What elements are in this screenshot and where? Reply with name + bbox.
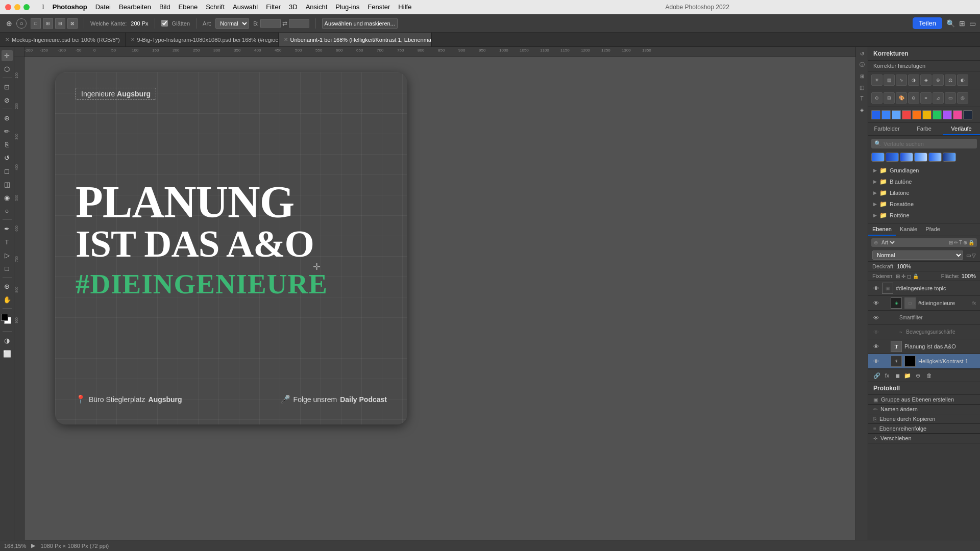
layer-helligkeit[interactable]: 👁 ☀ Helligkeit/Kontrast 1 [868,354,980,369]
select-mask-button[interactable]: Auswählen und maskieren... [322,18,398,29]
gradient-tool[interactable]: ◫ [2,179,13,190]
ebenen-tab-kanale[interactable]: Kanäle [896,223,921,236]
color-balance-icon[interactable]: ⚖ [945,74,956,86]
mask-tool-icon[interactable]: ◼ [893,371,902,380]
gradient-map-icon[interactable]: ▭ [945,92,956,104]
swatch-blue2[interactable] [881,110,891,119]
marquee-tool-icon[interactable]: ○ [16,18,27,29]
swatch-green[interactable] [933,110,942,119]
layer-smartfilter[interactable]: 👁 Smartfilter [868,311,980,325]
swatch-purple[interactable] [943,110,952,119]
lasso-tool[interactable]: ⬡ [2,63,13,74]
swatch-pink[interactable] [953,110,962,119]
type-tool[interactable]: T [2,236,13,247]
menu-fenster[interactable]: Fenster [368,3,390,11]
search-icon[interactable]: 🔍 [946,19,955,28]
blend-icon-2[interactable]: ▽ [972,253,976,258]
subtract-selection-icon[interactable]: ⊟ [55,18,65,29]
move-tool-icon[interactable]: ⊕ [4,18,14,29]
gradient-pill-1[interactable] [871,153,885,162]
opacity-value[interactable]: 100% [897,263,911,269]
strip-type-icon[interactable]: T [857,94,867,103]
select-color-icon[interactable]: ◎ [957,92,968,104]
tab-verlaufe[interactable]: Verläufe [943,123,980,135]
eraser-tool[interactable]: ◻ [2,165,13,177]
hsl-icon[interactable]: ⊕ [933,74,944,86]
link-icon[interactable]: 🔗 [872,371,881,380]
gradient-pill-2[interactable] [886,153,899,162]
move-tool[interactable]: ✛ [2,50,13,61]
layer-dieingenieure[interactable]: 👁 ◈ □ #dieingenieure fx [868,296,980,311]
ebenen-tool-3[interactable]: T [959,240,962,245]
brush-tool[interactable]: ✏ [2,126,13,137]
layer-bewegungsunschafe[interactable]: 👁 ~ Bewegungsunschärfe [868,325,980,339]
lock-position-icon[interactable]: ✛ [901,273,905,279]
gradient-pill-3[interactable] [900,153,913,162]
zoom-level[interactable]: 168,15% [4,543,26,549]
fg-swatch[interactable] [1,314,8,321]
eyedropper-tool[interactable]: ⊘ [2,94,13,106]
history-brush-tool[interactable]: ↺ [2,152,13,163]
menu-ansicht[interactable]: Ansicht [306,3,328,11]
strip-gradient-icon[interactable]: ◈ [857,105,867,114]
tab-farbe[interactable]: Farbe [905,123,943,135]
menu-datei[interactable]: Datei [95,3,111,11]
proto-item-0[interactable]: ▣ Gruppe aus Ebenen erstellen [868,395,980,405]
maximize-button[interactable] [23,4,30,10]
art-filter-select[interactable]: Art [879,239,896,246]
path-select-tool[interactable]: ▷ [2,249,13,261]
posterize-icon[interactable]: ≡ [920,92,932,104]
art-select[interactable]: Normal [215,18,249,29]
crop-tool[interactable]: ⊡ [2,81,13,92]
ebenen-tool-1[interactable]: ⊞ [949,240,953,245]
tab-mockup[interactable]: ✕ Mockup-Ingenieure.psd bei 100% (RGB/8*… [0,33,126,46]
screen-mode-icon[interactable]: ⬜ [2,348,13,359]
gradient-pill-4[interactable] [914,153,927,162]
vis-icon-2[interactable]: 👁 [872,314,879,321]
ebenen-tool-5[interactable]: 🔒 [968,240,974,245]
ebenen-tool-4[interactable]: ⊕ [963,240,967,245]
menu-hilfe[interactable]: Hilfe [398,3,411,11]
vis-icon-1[interactable]: 👁 [872,299,879,307]
threshold-icon[interactable]: ⊿ [933,92,944,104]
swatch-blue1[interactable] [871,110,880,119]
invert-icon[interactable]: ⊖ [908,92,919,104]
group-tool-icon[interactable]: 📁 [903,371,912,380]
menu-filter[interactable]: Filter [266,3,281,11]
strip-history-icon[interactable]: ↺ [857,49,867,58]
strip-adjust-icon[interactable]: ⊞ [857,71,867,81]
photo-filter-icon[interactable]: ⊙ [871,92,883,104]
color-swatches[interactable] [1,314,13,326]
shape-tool[interactable]: □ [2,263,13,274]
window-icon[interactable]: ▭ [969,19,976,28]
intersect-selection-icon[interactable]: ⊠ [67,18,78,29]
korrektur-hinzufugen[interactable]: Korrektur hinzufügen [868,61,980,71]
vibrance-icon[interactable]: ◈ [920,74,932,86]
glatten-checkbox[interactable] [161,20,168,27]
tab-instagram[interactable]: ✕ 9-Big-Typo-Instagram-1080x1080.psd bei… [126,33,279,46]
tab-instagram-close[interactable]: ✕ [131,37,135,42]
heal-tool[interactable]: ⊕ [2,112,13,123]
menu-plugins[interactable]: Plug-ins [335,3,359,11]
brightness-icon[interactable]: ☀ [871,74,883,86]
pen-tool[interactable]: ✒ [2,223,13,234]
blend-mode-select[interactable]: Normal [872,251,963,260]
lock-pixels-icon[interactable]: ⊞ [896,273,900,279]
move-cursor-icon[interactable]: ✛ [313,261,321,272]
vis-icon-0[interactable]: 👁 [872,285,879,292]
color-lookup-icon[interactable]: 🎨 [896,92,907,104]
ebenen-tab-ebenen[interactable]: Ebenen [868,223,896,236]
swatch-red[interactable] [902,110,911,119]
folder-rottone[interactable]: ▶ 📁 Rottöne [868,210,980,221]
ebenen-tool-2[interactable]: ✏ [954,240,958,245]
tab-unbenannt[interactable]: ✕ Unbenannt-1 bei 168% (Helligkeit/Kontr… [279,33,432,46]
folder-grundlagen[interactable]: ▶ 📁 Grundlagen [868,165,980,176]
swatch-dark[interactable] [963,110,972,119]
lock-art-icon[interactable]: ◻ [907,273,911,279]
hand-tool[interactable]: ✋ [2,294,13,305]
gradient-search-input[interactable] [884,141,974,147]
h-input[interactable] [289,19,309,28]
gradient-pill-5[interactable] [928,153,942,162]
curves-icon[interactable]: ∿ [896,74,907,86]
proto-item-2[interactable]: ⎘ Ebene durch Kopieren [868,414,980,424]
